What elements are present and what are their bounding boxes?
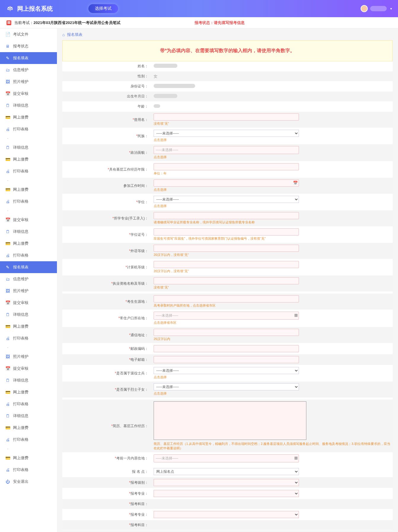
sidebar-item-29[interactable]: 🖼照片维护 — [0, 351, 57, 363]
input-postcode[interactable] — [154, 345, 299, 352]
input-former_name[interactable] — [154, 113, 299, 121]
sidebar-item-24[interactable]: 📅提交审核 — [0, 297, 57, 309]
select-exam_major2[interactable] — [154, 511, 299, 518]
cell-resid_before: -----未选择-----▦ — [151, 453, 393, 464]
sidebar-item-label: 网上缴费 — [13, 241, 28, 246]
cell-email — [151, 354, 393, 365]
user-area[interactable]: ▾ — [361, 5, 392, 12]
sidebar-separator: - — [0, 177, 57, 184]
cell-martyr: -----未选择-----点击选择 — [151, 382, 393, 398]
sidebar-item-label: 提交审核 — [13, 217, 28, 222]
sidebar-item-4[interactable]: 🖼照片维护 — [0, 76, 57, 88]
sidebar-icon: 🗒 — [5, 145, 10, 150]
sidebar-item-38[interactable]: 💳网上缴费 — [0, 452, 57, 464]
sidebar-item-0[interactable]: 📄考试文件 — [0, 28, 57, 40]
sidebar-item-5[interactable]: 📅提交审核 — [0, 88, 57, 100]
sidebar-item-11[interactable]: 💳网上缴费 — [0, 153, 57, 165]
sidebar-item-39[interactable]: 🖨打印表格 — [0, 464, 57, 476]
textarea-resume[interactable] — [154, 401, 306, 440]
input-address[interactable] — [154, 329, 299, 336]
input-prof_qual[interactable] — [154, 277, 299, 284]
input-join_time[interactable] — [154, 180, 299, 187]
sidebar-item-7[interactable]: 💳网上缴费 — [0, 111, 57, 123]
cell-cert_no: 应届生可填写“应届生”，境外学位可填国家教育部门认证报告编号，没有填“无” — [151, 227, 393, 243]
cell-hukou: -----未选择-----▦点击选择省市区 — [151, 310, 393, 327]
input-major[interactable] — [154, 212, 299, 219]
sidebar-item-32[interactable]: 💳网上缴费 — [0, 386, 57, 398]
cell-postcode — [151, 343, 393, 354]
header-left: 网上报名系统 选择考试 — [6, 4, 118, 13]
label-origin: *考生生源地： — [62, 294, 151, 310]
sidebar-item-21[interactable]: ✎报名填表 — [0, 261, 57, 273]
sidebar-item-20[interactable]: 🖨打印表格 — [0, 249, 57, 261]
sidebar-icon: ✎ — [5, 265, 10, 270]
picker-icon[interactable]: ▦ — [294, 456, 298, 460]
sidebar-item-15[interactable]: 🖨打印表格 — [0, 196, 57, 207]
sidebar-item-19[interactable]: 💳网上缴费 — [0, 238, 57, 249]
sidebar-item-label: 打印表格 — [13, 401, 28, 407]
sidebar-item-33[interactable]: 🖨打印表格 — [0, 398, 57, 410]
input-work_years[interactable] — [154, 163, 299, 170]
hint-address: 25汉字以内 — [154, 337, 390, 341]
sidebar-item-34[interactable]: 🗒详细信息 — [0, 410, 57, 422]
label-exam_subj2: *报考科目： — [62, 520, 151, 530]
input-comp_level[interactable] — [154, 261, 299, 268]
input-lang_level[interactable] — [154, 245, 299, 252]
hint-comp_level: 20汉字以内，没有填“无” — [154, 269, 390, 273]
main: ⌂ 报名填表 带*为必填内容、在需要填写数字的输入框内，请使用半角数字。 姓名：… — [57, 28, 398, 532]
select-exam-button[interactable]: 选择考试 — [88, 4, 118, 13]
sidebar-item-1[interactable]: 🖥报考状态 — [0, 40, 57, 52]
select-degree[interactable]: -----未选择----- — [154, 196, 299, 203]
sidebar-item-23[interactable]: 🖼照片维护 — [0, 285, 57, 297]
sidebar-item-10[interactable]: 🗒详细信息 — [0, 142, 57, 153]
label-work_years: *具有基层工作经历年限： — [62, 161, 151, 178]
sidebar-item-18[interactable]: 🗒详细信息 — [0, 226, 57, 238]
sidebar-item-8[interactable]: 🖨打印表格 — [0, 123, 57, 135]
sidebar-item-17[interactable]: 📅提交审核 — [0, 214, 57, 226]
hint-prof_qual: 没有填“无” — [154, 285, 390, 290]
sidebar-item-3[interactable]: 🗂信息维护 — [0, 64, 57, 76]
select-display-politics[interactable]: -----未选择----- — [154, 146, 299, 154]
sidebar-item-12[interactable]: 🖨打印表格 — [0, 165, 57, 177]
label-resid_before: *考前一月内居住地： — [62, 453, 151, 464]
cell-join_time: 📅点击选择 — [151, 178, 393, 194]
exam-bar: 当前考试：2021年03月陕西省2021年统一考试录用公务员笔试 报考状态：请先… — [0, 17, 398, 28]
input-origin[interactable] — [154, 295, 299, 302]
select-display-resid_before[interactable]: -----未选择----- — [154, 454, 299, 462]
sidebar-icon: 🗒 — [5, 312, 10, 317]
select-display-hukou[interactable]: -----未选择----- — [154, 312, 299, 320]
cell-gender: 女 — [151, 71, 393, 81]
select-ethnic[interactable]: -----未选择----- — [154, 130, 299, 137]
static-gender: 女 — [154, 74, 157, 78]
sidebar-item-27[interactable]: 🖨打印表格 — [0, 332, 57, 344]
sidebar-item-14[interactable]: 💳网上缴费 — [0, 184, 57, 196]
sidebar-item-36[interactable]: 🖨打印表格 — [0, 434, 57, 446]
select-veteran[interactable]: -----未选择----- — [154, 367, 299, 374]
select-martyr[interactable]: -----未选择----- — [154, 383, 299, 390]
sidebar-item-35[interactable]: 💳网上缴费 — [0, 422, 57, 434]
sidebar-item-26[interactable]: 💳网上缴费 — [0, 321, 57, 332]
select-exam_major[interactable] — [154, 490, 299, 497]
input-cert_no[interactable] — [154, 228, 299, 235]
sidebar-item-label: 打印表格 — [13, 336, 28, 341]
label-exam_major: *报考专业： — [62, 488, 151, 499]
picker-icon[interactable]: ▦ — [294, 313, 298, 317]
cell-lang_level: 20汉字以内，没有填“无” — [151, 243, 393, 259]
avatar — [361, 5, 368, 12]
select-reg_point[interactable]: 网上报名点 — [154, 468, 299, 475]
breadcrumb: ⌂ 报名填表 — [62, 32, 393, 37]
select-exam_level[interactable] — [154, 479, 299, 486]
sidebar-item-31[interactable]: 🗒详细信息 — [0, 374, 57, 386]
sidebar-item-6[interactable]: 🗒详细信息 — [0, 100, 57, 111]
sidebar-item-22[interactable]: 🗂信息维护 — [0, 273, 57, 285]
calendar-icon[interactable]: 📅 — [293, 181, 298, 185]
sidebar-item-25[interactable]: 🗒详细信息 — [0, 309, 57, 321]
sidebar-item-40[interactable]: ⏻安全退出 — [0, 476, 57, 488]
sidebar-icon: 🗂 — [5, 68, 10, 72]
label-postcode: *邮政编码： — [62, 343, 151, 354]
sidebar-item-label: 考试文件 — [13, 32, 28, 37]
sidebar-item-2[interactable]: ✎报名填表 — [0, 52, 57, 64]
sidebar-icon: 🗒 — [5, 414, 10, 418]
sidebar-item-30[interactable]: 📅提交审核 — [0, 363, 57, 374]
input-email[interactable] — [154, 356, 299, 363]
